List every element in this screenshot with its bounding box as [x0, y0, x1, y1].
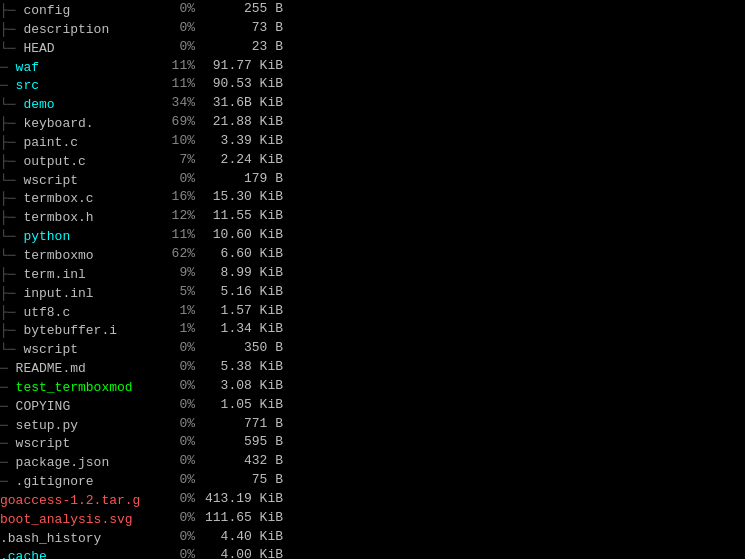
- left-line: └─ wscript: [0, 172, 165, 191]
- left-line: ─ README.md: [0, 360, 165, 379]
- left-line: .cache: [0, 548, 165, 559]
- right-line: 0%413.19 KiB: [165, 490, 289, 509]
- right-line: 11%91.77 KiB: [165, 57, 289, 76]
- left-line: └─ HEAD: [0, 40, 165, 59]
- right-line: 0%771 B: [165, 415, 289, 434]
- left-line: ├─ bytebuffer.i: [0, 322, 165, 341]
- left-line: ├─ utf8.c: [0, 304, 165, 323]
- right-line: 1%1.57 KiB: [165, 302, 289, 321]
- right-line: 16%15.30 KiB: [165, 188, 289, 207]
- right-line: 7%2.24 KiB: [165, 151, 289, 170]
- right-line: 12%11.55 KiB: [165, 207, 289, 226]
- right-line: 62%6.60 KiB: [165, 245, 289, 264]
- left-line: ─ .gitignore: [0, 473, 165, 492]
- left-line: ├─ term.inl: [0, 266, 165, 285]
- left-line: ├─ paint.c: [0, 134, 165, 153]
- left-line: boot_analysis.svg: [0, 511, 165, 530]
- right-line: 0%255 B: [165, 0, 289, 19]
- right-line: 0%73 B: [165, 19, 289, 38]
- right-line: 5%5.16 KiB: [165, 283, 289, 302]
- left-line: ─ setup.py: [0, 417, 165, 436]
- right-line: 11%10.60 KiB: [165, 226, 289, 245]
- right-line: 1%1.34 KiB: [165, 320, 289, 339]
- left-line: ─ wscript: [0, 435, 165, 454]
- left-line: └─ wscript: [0, 341, 165, 360]
- left-line: ├─ input.inl: [0, 285, 165, 304]
- left-line: goaccess-1.2.tar.g: [0, 492, 165, 511]
- right-line: 0%111.65 KiB: [165, 509, 289, 528]
- right-line: 69%21.88 KiB: [165, 113, 289, 132]
- left-line: .bash_history: [0, 530, 165, 549]
- left-line: ├─ config: [0, 2, 165, 21]
- right-line: 11%90.53 KiB: [165, 75, 289, 94]
- left-line: └─ termboxmo: [0, 247, 165, 266]
- left-line: ─ test_termboxmod: [0, 379, 165, 398]
- right-line: 0%595 B: [165, 433, 289, 452]
- left-line: ─ COPYING: [0, 398, 165, 417]
- right-line: 0%350 B: [165, 339, 289, 358]
- left-line: ─ waf: [0, 59, 165, 78]
- right-line: 0%1.05 KiB: [165, 396, 289, 415]
- size-panel: 0%255 B0%73 B0%23 B11%91.77 KiB11%90.53 …: [165, 0, 289, 559]
- right-line: 0%3.08 KiB: [165, 377, 289, 396]
- left-line: ─ src: [0, 77, 165, 96]
- right-line: 0%5.38 KiB: [165, 358, 289, 377]
- left-line: ├─ termbox.c: [0, 190, 165, 209]
- left-line: ├─ output.c: [0, 153, 165, 172]
- left-line: ─ package.json: [0, 454, 165, 473]
- right-line: 0%23 B: [165, 38, 289, 57]
- right-line: 0%432 B: [165, 452, 289, 471]
- right-line: 0%179 B: [165, 170, 289, 189]
- right-line: 0%75 B: [165, 471, 289, 490]
- file-tree-panel: ├─ config ├─ description └─ HEAD─ waf─ s…: [0, 0, 165, 559]
- left-line: └─ demo: [0, 96, 165, 115]
- left-line: └─ python: [0, 228, 165, 247]
- terminal-window: ├─ config ├─ description └─ HEAD─ waf─ s…: [0, 0, 745, 559]
- right-line: 10%3.39 KiB: [165, 132, 289, 151]
- right-line: 0%4.00 KiB: [165, 546, 289, 559]
- left-line: ├─ description: [0, 21, 165, 40]
- left-line: ├─ termbox.h: [0, 209, 165, 228]
- right-line: 34%31.6B KiB: [165, 94, 289, 113]
- right-line: 9%8.99 KiB: [165, 264, 289, 283]
- left-line: ├─ keyboard.: [0, 115, 165, 134]
- right-line: 0%4.40 KiB: [165, 528, 289, 547]
